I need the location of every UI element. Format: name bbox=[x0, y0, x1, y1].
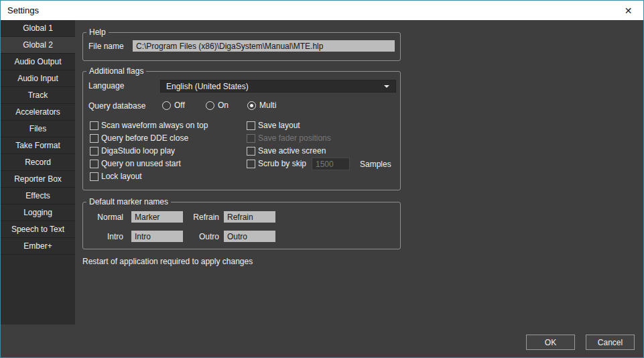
language-selected-value: English (United States) bbox=[166, 82, 249, 91]
marker-refrain-input[interactable] bbox=[224, 211, 275, 223]
radio-label: Multi bbox=[259, 101, 276, 110]
checkbox-scan-waveform-always-on-top[interactable]: Scan waveform always on top bbox=[90, 121, 208, 130]
radio-selected-icon bbox=[247, 101, 256, 110]
help-group-title: Help bbox=[86, 27, 109, 37]
sidebar-item-files[interactable]: Files bbox=[1, 121, 75, 137]
window-title: Settings bbox=[7, 5, 39, 15]
checkbox-digastudio-loop-play[interactable]: DigaStudio loop play bbox=[90, 146, 175, 156]
checkbox-icon bbox=[90, 134, 99, 143]
checkbox-label: Scan waveform always on top bbox=[101, 121, 208, 130]
marker-outro-input[interactable] bbox=[224, 231, 275, 242]
sidebar-item-logging[interactable]: Logging bbox=[1, 204, 75, 221]
query-database-label: Query database bbox=[88, 101, 145, 111]
sidebar-item-effects[interactable]: Effects bbox=[1, 188, 75, 204]
sidebar-item-audio-output[interactable]: Audio Output bbox=[1, 54, 75, 70]
close-button[interactable]: ✕ bbox=[613, 1, 643, 20]
sidebar-item-accelerators[interactable]: Accelerators bbox=[1, 104, 75, 121]
checkbox-label: Save active screen bbox=[258, 146, 326, 156]
checkbox-label: Save fader positions bbox=[258, 133, 331, 143]
samples-label: Samples bbox=[360, 160, 391, 169]
radio-query-multi[interactable]: Multi bbox=[247, 101, 276, 110]
checkbox-icon bbox=[90, 147, 99, 156]
marker-normal-input[interactable] bbox=[131, 211, 183, 223]
sidebar-item-take-format[interactable]: Take Format bbox=[1, 137, 75, 154]
radio-label: On bbox=[218, 101, 229, 110]
language-label: Language bbox=[88, 81, 124, 91]
scrub-samples-input bbox=[312, 158, 350, 170]
checkbox-label: Scrub by skip bbox=[258, 159, 306, 168]
marker-group-title: Default marker names bbox=[86, 197, 171, 206]
checkbox-query-on-unused-start[interactable]: Query on unused start bbox=[90, 159, 181, 168]
marker-intro-input[interactable] bbox=[131, 231, 183, 242]
additional-flags-title: Additional flags bbox=[86, 66, 146, 76]
sidebar-item-track[interactable]: Track bbox=[1, 87, 75, 104]
checkbox-lock-layout[interactable]: Lock layout bbox=[90, 172, 142, 181]
ok-button[interactable]: OK bbox=[526, 335, 575, 350]
checkbox-icon bbox=[90, 160, 99, 168]
close-icon: ✕ bbox=[625, 6, 633, 15]
chevron-down-icon bbox=[384, 85, 389, 88]
help-group: Help File name bbox=[82, 32, 401, 61]
checkbox-label: Save layout bbox=[258, 121, 300, 130]
sidebar-item-audio-input[interactable]: Audio Input bbox=[1, 70, 75, 87]
file-name-label: File name bbox=[88, 42, 124, 51]
checkbox-label: Lock layout bbox=[101, 172, 142, 181]
marker-outro-label: Outro bbox=[188, 232, 219, 241]
radio-query-off[interactable]: Off bbox=[162, 101, 185, 110]
checkbox-icon bbox=[247, 147, 255, 156]
settings-window: Settings ✕ Global 1 Global 2 Audio Outpu… bbox=[0, 0, 644, 358]
checkbox-icon bbox=[247, 160, 255, 168]
additional-flags-group: Additional flags Language English (Unite… bbox=[82, 71, 401, 190]
cancel-button[interactable]: Cancel bbox=[586, 335, 635, 350]
marker-intro-label: Intro bbox=[88, 232, 123, 241]
file-name-input[interactable] bbox=[133, 40, 395, 52]
checkbox-icon bbox=[247, 134, 255, 143]
checkbox-save-active-screen[interactable]: Save active screen bbox=[247, 146, 326, 156]
marker-normal-label: Normal bbox=[88, 213, 123, 222]
radio-circle-icon bbox=[206, 101, 214, 110]
sidebar-item-speech-to-text[interactable]: Speech to Text bbox=[1, 221, 75, 238]
sidebar-item-reporter-box[interactable]: Reporter Box bbox=[1, 171, 75, 188]
checkbox-save-fader-positions: Save fader positions bbox=[247, 133, 331, 143]
restart-note: Restart of application required to apply… bbox=[82, 257, 253, 266]
checkbox-icon bbox=[90, 121, 99, 130]
sidebar: Global 1 Global 2 Audio Output Audio Inp… bbox=[1, 20, 75, 324]
checkbox-label: DigaStudio loop play bbox=[101, 146, 175, 156]
checkbox-label: Query before DDE close bbox=[101, 133, 188, 143]
sidebar-item-record[interactable]: Record bbox=[1, 154, 75, 171]
sidebar-item-ember[interactable]: Ember+ bbox=[1, 238, 75, 255]
marker-refrain-label: Refrain bbox=[188, 213, 219, 222]
radio-circle-icon bbox=[162, 101, 171, 110]
sidebar-item-global-2[interactable]: Global 2 bbox=[1, 37, 75, 54]
radio-query-on[interactable]: On bbox=[206, 101, 229, 110]
language-select[interactable]: English (United States) bbox=[160, 80, 396, 93]
checkbox-icon bbox=[247, 121, 255, 130]
checkbox-save-layout[interactable]: Save layout bbox=[247, 121, 300, 130]
checkbox-icon bbox=[90, 172, 99, 181]
default-marker-names-group: Default marker names Normal Refrain Intr… bbox=[82, 202, 401, 249]
checkbox-label: Query on unused start bbox=[101, 159, 181, 168]
checkbox-query-before-dde-close[interactable]: Query before DDE close bbox=[90, 133, 188, 143]
checkbox-scrub-by-skip[interactable]: Scrub by skip bbox=[247, 159, 306, 168]
radio-label: Off bbox=[174, 101, 185, 110]
sidebar-item-global-1[interactable]: Global 1 bbox=[1, 20, 75, 37]
titlebar: Settings ✕ bbox=[1, 1, 643, 20]
